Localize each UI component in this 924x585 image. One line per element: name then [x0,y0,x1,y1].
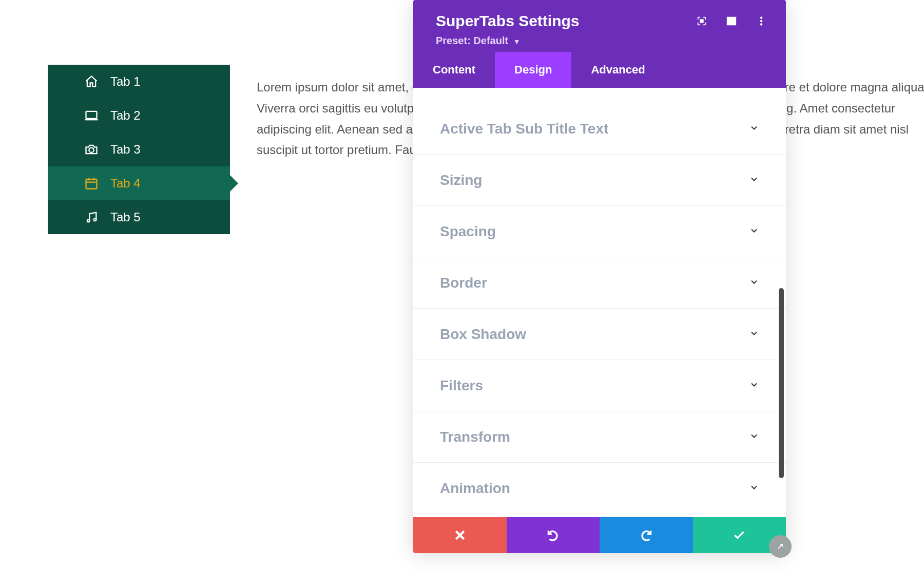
tab-item-1[interactable]: Tab 1 [48,65,230,99]
section-label: Sizing [440,172,482,188]
columns-icon[interactable] [725,15,738,27]
section-border[interactable]: Border [413,257,786,309]
chevron-down-icon [749,123,759,135]
chevron-down-icon [749,380,759,392]
preset-label: Preset: Default [436,35,508,46]
modal-tab-advanced[interactable]: Advanced [571,52,664,88]
modal-tab-design[interactable]: Design [495,52,571,88]
preset-dropdown[interactable]: Preset: Default ▼ [436,35,767,47]
tab-item-2[interactable]: Tab 2 [48,99,230,133]
section-box-shadow[interactable]: Box Shadow [413,309,786,360]
tab-item-5[interactable]: Tab 5 [48,200,230,234]
section-active-tab-subtitle[interactable]: Active Tab Sub Title Text [413,103,786,155]
section-animation[interactable]: Animation [413,463,786,514]
section-transform[interactable]: Transform [413,411,786,463]
section-label: Spacing [440,223,496,240]
section-label: Transform [440,429,510,445]
laptop-icon [84,108,99,123]
chevron-down-icon [749,482,759,495]
tab-label: Tab 2 [110,108,141,123]
tab-item-3[interactable]: Tab 3 [48,133,230,166]
scrollbar-thumb[interactable] [779,288,784,478]
caret-down-icon: ▼ [513,37,521,46]
svg-rect-2 [86,179,97,189]
chevron-down-icon [749,174,759,186]
modal-tab-content[interactable]: Content [413,52,495,88]
chevron-down-icon [749,225,759,238]
section-spacing[interactable]: Spacing [413,206,786,257]
tab-label: Tab 3 [110,142,141,157]
tab-item-4[interactable]: Tab 4 [48,166,230,200]
section-label: Box Shadow [440,326,526,343]
section-label: Animation [440,480,510,497]
home-icon [84,74,99,89]
help-float-button[interactable] [769,535,792,558]
svg-point-9 [760,24,762,26]
tab-label: Tab 5 [110,210,141,224]
camera-icon [84,142,99,157]
expand-icon[interactable] [696,15,708,27]
modal-footer [413,517,786,553]
tab-label: Tab 4 [110,176,141,191]
tab-label: Tab 1 [110,74,141,89]
close-button[interactable] [413,517,507,553]
modal-header-actions [696,15,767,27]
undo-button[interactable] [507,517,600,553]
chevron-down-icon [749,277,759,289]
supertabs-nav: Tab 1 Tab 2 Tab 3 Tab 4 Tab 5 [48,65,230,234]
calendar-icon [84,176,99,191]
section-label: Border [440,275,487,291]
modal-tabstrip: Content Design Advanced [413,52,786,88]
svg-point-7 [760,17,762,19]
svg-point-1 [89,148,93,153]
settings-modal: SuperTabs Settings Preset: Default ▼ Con… [413,0,786,553]
music-icon [84,210,99,225]
modal-body: Active Tab Sub Title Text Sizing Spacing… [413,88,786,517]
modal-title: SuperTabs Settings [436,12,580,30]
chevron-down-icon [749,431,759,443]
section-sizing[interactable]: Sizing [413,155,786,206]
svg-rect-0 [86,111,97,119]
section-label: Active Tab Sub Title Text [440,121,608,137]
svg-point-3 [87,220,90,222]
redo-button[interactable] [600,517,693,553]
section-label: Filters [440,378,483,394]
svg-rect-5 [700,20,703,23]
modal-header: SuperTabs Settings Preset: Default ▼ [413,0,786,52]
svg-point-8 [760,20,762,22]
chevron-down-icon [749,328,759,341]
svg-point-4 [94,218,97,221]
section-filters[interactable]: Filters [413,360,786,411]
kebab-icon[interactable] [755,15,767,27]
